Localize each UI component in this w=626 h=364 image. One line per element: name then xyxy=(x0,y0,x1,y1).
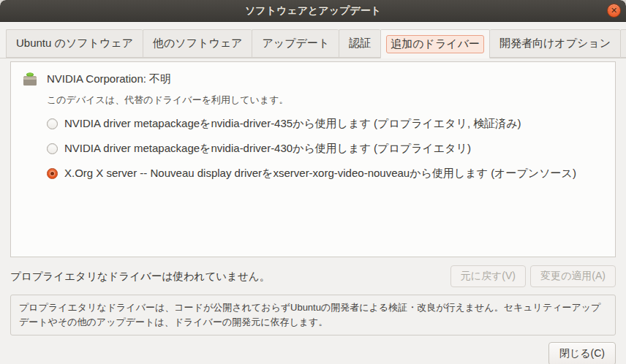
status-actions: 元に戻す(V) 変更の適用(A) xyxy=(450,265,616,287)
tab-other-software[interactable]: 他のソフトウェア xyxy=(143,29,252,58)
tab-authentication[interactable]: 認証 xyxy=(339,29,380,58)
driver-list: NVIDIA driver metapackageをnvidia-driver-… xyxy=(47,117,605,181)
tab-label: 追加のドライバー xyxy=(386,35,484,53)
tab-label: 認証 xyxy=(349,37,371,50)
driver-option-label: X.Org X server -- Nouveau display driver… xyxy=(64,167,576,181)
hardware-device-icon xyxy=(21,71,39,87)
device-status-text: このデバイスは、代替のドライバーを利用しています。 xyxy=(47,94,605,107)
revert-button[interactable]: 元に戻す(V) xyxy=(450,265,526,287)
tab-developer-options[interactable]: 開発者向けオプション xyxy=(490,29,620,58)
window-title: ソフトウェアとアップデート xyxy=(245,4,381,18)
driver-option-nvidia-435[interactable]: NVIDIA driver metapackageをnvidia-driver-… xyxy=(47,117,605,131)
tabbar: Ubuntu のソフトウェア 他のソフトウェア アップデート 認証 追加のドライ… xyxy=(0,29,626,58)
apply-changes-button[interactable]: 変更の適用(A) xyxy=(530,265,616,287)
driver-option-label: NVIDIA driver metapackageをnvidia-driver-… xyxy=(64,142,471,156)
close-icon: ✕ xyxy=(611,7,617,15)
tab-livepatch[interactable]: Livepatch xyxy=(620,29,626,58)
driver-option-nvidia-430[interactable]: NVIDIA driver metapackageをnvidia-driver-… xyxy=(47,142,605,156)
tab-label: Ubuntu のソフトウェア xyxy=(16,37,133,50)
close-button[interactable]: 閉じる(C) xyxy=(548,342,616,364)
tab-updates[interactable]: アップデート xyxy=(252,29,339,58)
driver-option-label: NVIDIA driver metapackageをnvidia-driver-… xyxy=(64,117,521,131)
proprietary-driver-note: プロプライエタリなドライバーは、コードが公開されておらずUbuntuの開発者によ… xyxy=(10,295,616,335)
tab-label: 他のソフトウェア xyxy=(153,37,242,50)
driver-option-nouveau[interactable]: X.Org X server -- Nouveau display driver… xyxy=(47,167,605,181)
device-header: NVIDIA Corporation: 不明 xyxy=(21,71,605,87)
radio-button[interactable] xyxy=(47,143,58,154)
driver-usage-status: プロプライエタリなドライバーは使われていません。 xyxy=(10,270,270,284)
tab-additional-drivers[interactable]: 追加のドライバー xyxy=(380,29,490,58)
close-window-button[interactable]: ✕ xyxy=(607,4,621,18)
device-name: NVIDIA Corporation: 不明 xyxy=(47,72,171,86)
tab-ubuntu-software[interactable]: Ubuntu のソフトウェア xyxy=(6,29,143,58)
tab-label: アップデート xyxy=(262,37,329,50)
bottom-row: 閉じる(C) xyxy=(0,342,626,364)
radio-button-selected[interactable] xyxy=(47,168,58,179)
drivers-panel: NVIDIA Corporation: 不明 このデバイスは、代替のドライバーを… xyxy=(10,61,616,257)
tab-label: 開発者向けオプション xyxy=(499,37,611,50)
radio-button[interactable] xyxy=(47,118,58,129)
software-updates-window: ソフトウェアとアップデート ✕ Ubuntu のソフトウェア 他のソフトウェア … xyxy=(0,0,626,364)
status-row: プロプライエタリなドライバーは使われていません。 元に戻す(V) 変更の適用(A… xyxy=(0,265,626,288)
titlebar: ソフトウェアとアップデート ✕ xyxy=(0,0,626,22)
